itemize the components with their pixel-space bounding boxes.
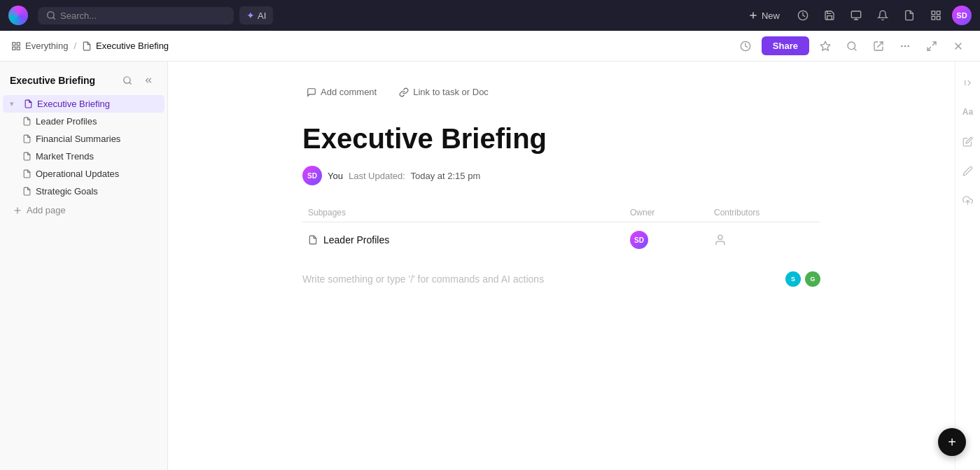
sidebar-search-icon — [122, 76, 132, 85]
sidebar-item-label: Executive Briefing — [37, 99, 156, 109]
doc-icon — [904, 10, 915, 21]
breadcrumb-current-page[interactable]: Executive Briefing — [82, 41, 169, 51]
breadcrumb-bar: Everything / Executive Briefing Share — [0, 31, 980, 62]
right-indent-button[interactable] — [958, 73, 978, 92]
subpage-label: Leader Profiles — [323, 234, 389, 245]
child-page-icon — [22, 169, 31, 178]
sidebar-item-operational-updates[interactable]: Operational Updates — [3, 165, 164, 183]
right-font-button[interactable]: Aa — [958, 102, 978, 122]
link-label: Link to task or Doc — [413, 87, 489, 97]
sidebar-collapse-button[interactable] — [139, 71, 158, 90]
save-button[interactable] — [819, 5, 840, 26]
close-icon — [953, 41, 964, 52]
subpages-section: Subpages Owner Contributors Leader Profi… — [302, 208, 820, 255]
link-button[interactable]: Link to task or Doc — [395, 84, 493, 100]
plus-icon — [748, 10, 758, 20]
content-area: Add comment Link to task or Doc Executiv… — [168, 62, 980, 470]
subpage-owner: SD — [624, 231, 708, 249]
more-button[interactable] — [895, 36, 916, 57]
right-sidebar: Aa — [955, 62, 980, 470]
svg-rect-8 — [932, 11, 935, 15]
sidebar-item-strategic-goals[interactable]: Strategic Goals — [3, 183, 164, 200]
star-icon — [820, 41, 831, 52]
updated-time: Today at 2:15 pm — [411, 171, 481, 181]
fab-button[interactable]: + — [938, 428, 966, 456]
right-edit-button[interactable] — [958, 131, 978, 151]
docs-button[interactable] — [899, 5, 920, 26]
expand-button[interactable] — [921, 36, 942, 57]
svg-rect-9 — [937, 11, 940, 15]
right-upload-button[interactable] — [958, 190, 978, 210]
search-icon — [46, 10, 56, 20]
alarm-icon — [877, 10, 888, 21]
export-icon — [873, 41, 884, 52]
top-nav: Search... ✦ AI New SD — [0, 0, 980, 31]
chevron-down-icon: ▾ — [10, 99, 20, 108]
child-page-icon — [22, 134, 31, 143]
right-pencil-button[interactable] — [958, 161, 978, 180]
child-page-icon — [22, 187, 31, 196]
breadcrumb-separator: / — [74, 41, 76, 51]
breadcrumb-everything[interactable]: Everything — [11, 41, 68, 51]
author-avatar: SD — [302, 166, 322, 185]
svg-rect-10 — [937, 16, 940, 20]
sidebar-child-label-0: Leader Profiles — [36, 116, 156, 127]
search-button[interactable] — [841, 36, 862, 57]
grid-icon — [930, 10, 941, 21]
ai-button[interactable]: ✦ AI — [239, 6, 273, 24]
add-comment-button[interactable]: Add comment — [302, 84, 381, 100]
sidebar-item-leader-profiles[interactable]: Leader Profiles — [3, 113, 164, 130]
subpages-col-header: Subpages — [302, 208, 624, 218]
sidebar-child-label-1: Financial Summaries — [36, 134, 156, 144]
star-button[interactable] — [815, 36, 836, 57]
alarm-button[interactable] — [872, 5, 893, 26]
display-icon — [850, 10, 862, 21]
share-button[interactable]: Share — [762, 36, 809, 55]
link-icon — [399, 87, 409, 97]
user-avatar[interactable]: SD — [952, 6, 972, 25]
search-bar[interactable]: Search... — [38, 7, 234, 24]
search-bc-icon — [846, 41, 858, 52]
display-button[interactable] — [846, 5, 867, 26]
sidebar-child-label-2: Market Trends — [36, 151, 156, 162]
subpage-name: Leader Profiles — [302, 234, 624, 245]
sidebar-search-button[interactable] — [118, 71, 136, 90]
activity-icon — [740, 41, 751, 52]
new-label: New — [762, 10, 780, 21]
breadcrumb-actions: Share — [735, 36, 969, 57]
add-page-button[interactable]: Add page — [3, 201, 164, 219]
svg-rect-5 — [851, 11, 860, 17]
close-button[interactable] — [948, 36, 969, 57]
sidebar-child-label-3: Operational Updates — [36, 169, 156, 179]
sidebar-child-label-4: Strategic Goals — [36, 186, 156, 197]
sidebar-item-executive-briefing[interactable]: ▾ Executive Briefing — [3, 95, 164, 113]
grid-button[interactable] — [925, 5, 946, 26]
logo-icon[interactable] — [8, 6, 28, 25]
export-button[interactable] — [868, 36, 889, 57]
new-button[interactable]: New — [741, 7, 787, 24]
sidebar-header: Executive Briefing — [0, 62, 167, 95]
subpage-doc-icon — [308, 235, 318, 245]
add-comment-label: Add comment — [321, 87, 377, 97]
fab-icon: + — [948, 435, 956, 449]
svg-line-23 — [932, 42, 936, 45]
write-placeholder-area[interactable]: Write something or type '/' for commands… — [302, 271, 820, 287]
sidebar-item-market-trends[interactable]: Market Trends — [3, 148, 164, 165]
write-placeholder-text: Write something or type '/' for commands… — [302, 273, 544, 285]
activity-button[interactable] — [735, 36, 756, 57]
svg-rect-14 — [17, 47, 20, 50]
child-page-icon — [22, 152, 31, 161]
subpage-row[interactable]: Leader Profiles SD — [302, 225, 820, 255]
upload-icon — [962, 195, 973, 206]
edit-icon — [962, 136, 973, 147]
pencil-icon — [962, 166, 973, 176]
breadcrumb-current-label: Executive Briefing — [96, 41, 169, 51]
svg-point-21 — [904, 45, 905, 46]
indent-icon — [962, 78, 973, 88]
page-icon — [24, 99, 33, 108]
history-button[interactable] — [792, 5, 813, 26]
sidebar-item-financial-summaries[interactable]: Financial Summaries — [3, 130, 164, 148]
svg-point-31 — [718, 235, 722, 239]
svg-marker-17 — [820, 41, 830, 50]
child-page-icon — [22, 117, 31, 126]
